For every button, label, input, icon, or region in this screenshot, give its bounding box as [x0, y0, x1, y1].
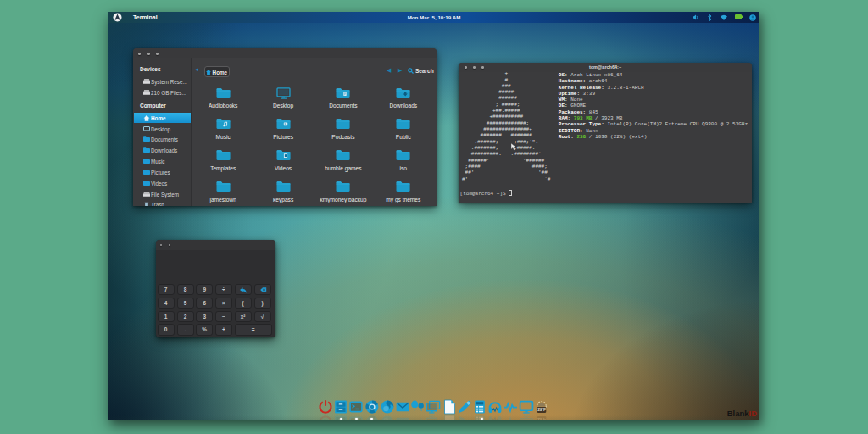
svg-text:29°F: 29°F: [537, 407, 547, 412]
svg-text:29°F: 29°F: [537, 417, 547, 420]
